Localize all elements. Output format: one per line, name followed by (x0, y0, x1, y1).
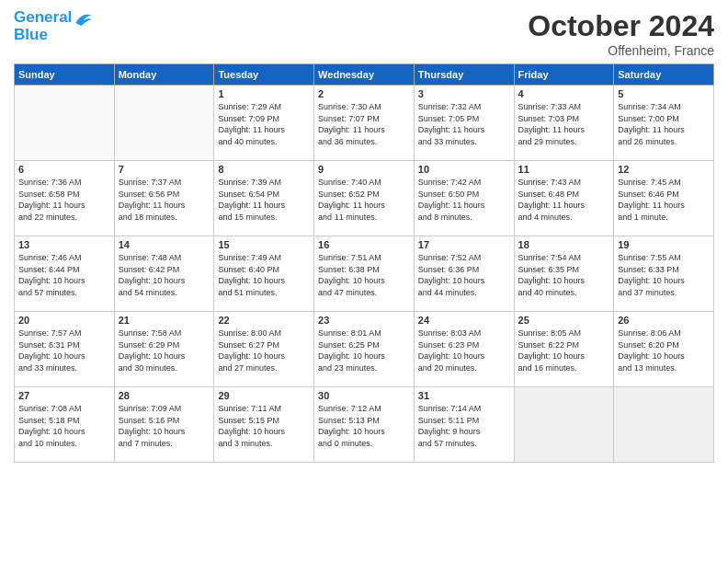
day-number: 10 (418, 164, 510, 175)
day-info: Sunrise: 7:54 AMSunset: 6:35 PMDaylight:… (518, 252, 610, 298)
day-info: Sunrise: 8:06 AMSunset: 6:20 PMDaylight:… (618, 327, 710, 373)
calendar-cell: 7Sunrise: 7:37 AMSunset: 6:56 PMDaylight… (114, 161, 214, 236)
day-info: Sunrise: 7:36 AMSunset: 6:58 PMDaylight:… (18, 177, 110, 223)
calendar-cell (514, 387, 614, 463)
day-number: 23 (318, 315, 410, 326)
day-number: 1 (218, 88, 310, 99)
calendar-cell: 19Sunrise: 7:55 AMSunset: 6:33 PMDayligh… (614, 236, 714, 312)
day-info: Sunrise: 7:48 AMSunset: 6:42 PMDaylight:… (119, 252, 210, 298)
day-info: Sunrise: 7:09 AMSunset: 5:16 PMDaylight:… (119, 403, 210, 449)
day-info: Sunrise: 7:30 AMSunset: 7:07 PMDaylight:… (318, 101, 410, 147)
calendar-cell: 28Sunrise: 7:09 AMSunset: 5:16 PMDayligh… (114, 387, 214, 463)
calendar-cell: 31Sunrise: 7:14 AMSunset: 5:11 PMDayligh… (414, 387, 514, 463)
day-number: 12 (618, 164, 710, 175)
weekday-header-wednesday: Wednesday (314, 64, 415, 86)
day-number: 13 (18, 239, 110, 250)
weekday-header-saturday: Saturday (614, 64, 714, 86)
calendar-cell: 10Sunrise: 7:42 AMSunset: 6:50 PMDayligh… (414, 161, 514, 236)
day-number: 15 (218, 239, 310, 250)
weekday-header-tuesday: Tuesday (214, 64, 314, 86)
day-number: 31 (418, 390, 510, 401)
day-number: 17 (418, 239, 510, 250)
day-info: Sunrise: 8:00 AMSunset: 6:27 PMDaylight:… (218, 327, 310, 373)
day-number: 22 (218, 315, 310, 326)
calendar-cell: 1Sunrise: 7:29 AMSunset: 7:09 PMDaylight… (214, 86, 314, 161)
calendar-cell: 2Sunrise: 7:30 AMSunset: 7:07 PMDaylight… (314, 86, 415, 161)
calendar-cell: 3Sunrise: 7:32 AMSunset: 7:05 PMDaylight… (414, 86, 514, 161)
day-number: 2 (318, 88, 410, 99)
day-info: Sunrise: 7:55 AMSunset: 6:33 PMDaylight:… (618, 252, 710, 298)
day-number: 21 (119, 315, 210, 326)
calendar-cell: 6Sunrise: 7:36 AMSunset: 6:58 PMDaylight… (15, 161, 115, 236)
calendar-cell (15, 86, 115, 161)
day-info: Sunrise: 7:37 AMSunset: 6:56 PMDaylight:… (119, 177, 210, 223)
day-number: 7 (119, 164, 210, 175)
day-info: Sunrise: 7:34 AMSunset: 7:00 PMDaylight:… (618, 101, 710, 147)
calendar-cell: 4Sunrise: 7:33 AMSunset: 7:03 PMDaylight… (514, 86, 614, 161)
calendar-cell: 25Sunrise: 8:05 AMSunset: 6:22 PMDayligh… (514, 312, 614, 387)
weekday-header-monday: Monday (114, 64, 214, 86)
calendar-cell: 13Sunrise: 7:46 AMSunset: 6:44 PMDayligh… (15, 236, 115, 312)
day-number: 8 (218, 164, 310, 175)
day-info: Sunrise: 7:42 AMSunset: 6:50 PMDaylight:… (418, 177, 510, 223)
day-number: 16 (318, 239, 410, 250)
calendar-cell: 14Sunrise: 7:48 AMSunset: 6:42 PMDayligh… (114, 236, 214, 312)
day-info: Sunrise: 7:39 AMSunset: 6:54 PMDaylight:… (218, 177, 310, 223)
calendar-cell: 8Sunrise: 7:39 AMSunset: 6:54 PMDaylight… (214, 161, 314, 236)
month-title: October 2024 (528, 9, 714, 43)
day-number: 14 (119, 239, 210, 250)
page-container: General Blue October 2024 Offenheim, Fra… (0, 0, 728, 472)
weekday-header-row: SundayMondayTuesdayWednesdayThursdayFrid… (15, 64, 714, 86)
calendar-cell: 15Sunrise: 7:49 AMSunset: 6:40 PMDayligh… (214, 236, 314, 312)
day-number: 25 (518, 315, 610, 326)
logo-bird-icon (74, 11, 94, 26)
day-number: 18 (518, 239, 610, 250)
day-info: Sunrise: 7:40 AMSunset: 6:52 PMDaylight:… (318, 177, 410, 223)
calendar-cell (614, 387, 714, 463)
day-number: 20 (18, 315, 110, 326)
calendar-cell: 18Sunrise: 7:54 AMSunset: 6:35 PMDayligh… (514, 236, 614, 312)
day-number: 19 (618, 239, 710, 250)
calendar-cell: 12Sunrise: 7:45 AMSunset: 6:46 PMDayligh… (614, 161, 714, 236)
day-number: 26 (618, 315, 710, 326)
day-info: Sunrise: 7:43 AMSunset: 6:48 PMDaylight:… (518, 177, 610, 223)
calendar-cell: 5Sunrise: 7:34 AMSunset: 7:00 PMDaylight… (614, 86, 714, 161)
calendar-cell: 27Sunrise: 7:08 AMSunset: 5:18 PMDayligh… (15, 387, 115, 463)
calendar-week-1: 1Sunrise: 7:29 AMSunset: 7:09 PMDaylight… (15, 86, 714, 161)
day-number: 9 (318, 164, 410, 175)
calendar-week-4: 20Sunrise: 7:57 AMSunset: 6:31 PMDayligh… (15, 312, 714, 387)
calendar-cell: 26Sunrise: 8:06 AMSunset: 6:20 PMDayligh… (614, 312, 714, 387)
day-number: 30 (318, 390, 410, 401)
calendar-cell: 11Sunrise: 7:43 AMSunset: 6:48 PMDayligh… (514, 161, 614, 236)
header: General Blue October 2024 Offenheim, Fra… (14, 9, 714, 58)
day-info: Sunrise: 7:12 AMSunset: 5:13 PMDaylight:… (318, 403, 410, 449)
day-info: Sunrise: 7:51 AMSunset: 6:38 PMDaylight:… (318, 252, 410, 298)
calendar-cell (114, 86, 214, 161)
day-info: Sunrise: 7:08 AMSunset: 5:18 PMDaylight:… (18, 403, 110, 449)
day-number: 28 (119, 390, 210, 401)
calendar-cell: 22Sunrise: 8:00 AMSunset: 6:27 PMDayligh… (214, 312, 314, 387)
calendar-week-5: 27Sunrise: 7:08 AMSunset: 5:18 PMDayligh… (15, 387, 714, 463)
weekday-header-sunday: Sunday (15, 64, 115, 86)
calendar-week-3: 13Sunrise: 7:46 AMSunset: 6:44 PMDayligh… (15, 236, 714, 312)
day-number: 27 (18, 390, 110, 401)
day-info: Sunrise: 7:57 AMSunset: 6:31 PMDaylight:… (18, 327, 110, 373)
calendar-cell: 9Sunrise: 7:40 AMSunset: 6:52 PMDaylight… (314, 161, 415, 236)
day-info: Sunrise: 8:05 AMSunset: 6:22 PMDaylight:… (518, 327, 610, 373)
title-block: October 2024 Offenheim, France (528, 9, 714, 58)
calendar-cell: 17Sunrise: 7:52 AMSunset: 6:36 PMDayligh… (414, 236, 514, 312)
day-number: 3 (418, 88, 510, 99)
day-info: Sunrise: 7:29 AMSunset: 7:09 PMDaylight:… (218, 101, 310, 147)
day-number: 24 (418, 315, 510, 326)
day-info: Sunrise: 7:11 AMSunset: 5:15 PMDaylight:… (218, 403, 310, 449)
day-info: Sunrise: 7:52 AMSunset: 6:36 PMDaylight:… (418, 252, 510, 298)
day-number: 11 (518, 164, 610, 175)
day-info: Sunrise: 7:46 AMSunset: 6:44 PMDaylight:… (18, 252, 110, 298)
logo-general: General (14, 8, 72, 26)
calendar-week-2: 6Sunrise: 7:36 AMSunset: 6:58 PMDaylight… (15, 161, 714, 236)
day-number: 6 (18, 164, 110, 175)
calendar-cell: 16Sunrise: 7:51 AMSunset: 6:38 PMDayligh… (314, 236, 415, 312)
day-info: Sunrise: 8:03 AMSunset: 6:23 PMDaylight:… (418, 327, 510, 373)
day-info: Sunrise: 7:58 AMSunset: 6:29 PMDaylight:… (119, 327, 210, 373)
day-number: 29 (218, 390, 310, 401)
